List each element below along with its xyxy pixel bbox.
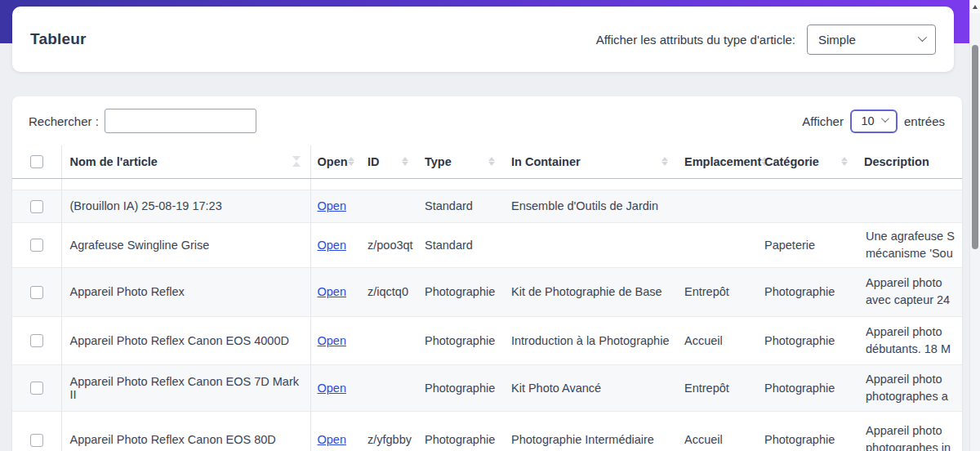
cell-in-container [505,222,678,267]
cell-id [361,190,418,222]
column-header-open[interactable]: Open [318,155,348,168]
entries-group: Afficher 10 entrées [802,109,945,133]
cell-description-line1: Appareil photo [866,324,956,341]
open-link[interactable]: Open [318,239,346,252]
cell-emplacement: Entrepôt [678,267,758,316]
scroll-up-arrow-icon[interactable] [970,0,980,13]
table-header-row: Nom de l'article Open ID [12,145,962,178]
chevron-down-icon [880,114,889,123]
table-spacer-row [12,178,962,190]
cell-type: Photographie [418,411,505,451]
cell-description-line2: photographes a [866,388,956,405]
cell-description-line2: photographes in [866,440,956,451]
items-table: Nom de l'article Open ID [12,145,962,451]
vertical-scrollbar[interactable] [969,0,980,451]
scrollbar-thumb[interactable] [972,45,978,249]
cell-categorie [758,190,858,222]
attribute-type-label: Afficher les attributs du type d'article… [596,33,795,47]
attribute-type-group: Afficher les attributs du type d'article… [596,25,936,55]
column-header-description[interactable]: Description [864,155,929,168]
page-header-card: Tableur Afficher les attributs du type d… [12,7,954,72]
table-row: Agrafeuse Swingline Grise Open z/poo3qt … [12,222,962,267]
cell-categorie: Photographie [758,411,858,451]
cell-description-line2: avec capteur 24 [866,292,956,309]
column-header-emplacement[interactable]: Emplacement [684,155,761,168]
page-title: Tableur [30,30,87,48]
sort-icon[interactable] [488,157,495,166]
row-checkbox[interactable] [30,434,43,447]
table-row: Appareil Photo Reflex Canon EOS 80D Open… [12,411,962,451]
entries-count-select[interactable]: 10 [850,109,898,133]
cell-item-name: (Brouillon IA) 25-08-19 17:23 [61,190,310,222]
sort-icon[interactable] [348,157,354,166]
cell-item-name: Appareil Photo Reflex Canon EOS 80D [61,411,310,451]
column-header-in-container[interactable]: In Container [511,155,581,168]
column-header-categorie[interactable]: Catégorie [764,155,819,168]
cell-categorie: Photographie [758,267,858,316]
table-card: Rechercher : Afficher 10 entrées [12,96,962,451]
cell-description-line1: Une agrafeuse S [866,228,956,245]
open-link[interactable]: Open [318,199,346,212]
cell-type: Photographie [418,316,505,364]
cell-item-name: Appareil Photo Reflex Canon EOS 7D Mark … [61,364,310,411]
cell-description-line1: Appareil photo [866,371,956,388]
cell-emplacement [678,222,758,267]
cell-id [361,364,418,411]
cell-in-container: Kit Photo Avancé [505,364,678,411]
row-checkbox[interactable] [30,334,43,347]
select-all-checkbox[interactable] [30,155,43,168]
column-header-type[interactable]: Type [425,155,452,168]
cell-emplacement [678,190,758,222]
cell-in-container: Photographie Intermédiaire [505,411,678,451]
search-input[interactable] [105,109,256,133]
cell-id: z/yfgbby [361,411,418,451]
search-label: Rechercher : [29,114,99,128]
entries-suffix-label: entrées [904,114,945,128]
open-link[interactable]: Open [318,382,346,395]
row-checkbox[interactable] [30,382,43,395]
cell-emplacement: Accueil [678,316,758,364]
cell-emplacement: Entrepôt [678,364,758,411]
entries-count-value: 10 [861,114,874,127]
chevron-down-icon [918,32,927,41]
open-link[interactable]: Open [318,433,346,446]
entries-show-label: Afficher [802,114,844,128]
sort-active-icon[interactable] [292,156,301,167]
table-row: Appareil Photo Reflex Canon EOS 7D Mark … [12,364,962,411]
search-group: Rechercher : [29,109,256,133]
cell-type: Photographie [418,364,505,411]
cell-description-line2: mécanisme 'Sou [866,245,956,262]
open-link[interactable]: Open [318,334,346,347]
sort-icon[interactable] [402,157,408,166]
table-row: (Brouillon IA) 25-08-19 17:23 Open Stand… [12,190,962,222]
attribute-type-selected-value: Simple [818,33,856,47]
cell-in-container: Kit de Photographie de Base [505,267,678,316]
cell-item-name: Agrafeuse Swingline Grise [61,222,310,267]
cell-categorie: Photographie [758,364,858,411]
column-header-nom[interactable]: Nom de l'article [70,155,158,168]
cell-in-container: Ensemble d'Outils de Jardin [505,190,678,222]
attribute-type-select[interactable]: Simple [807,25,936,55]
sort-icon[interactable] [662,157,668,166]
cell-id [361,316,418,364]
row-checkbox[interactable] [30,200,43,213]
cell-description-line1: Appareil photo [866,275,956,292]
table-toolbar: Rechercher : Afficher 10 entrées [12,96,962,145]
table-row: Appareil Photo Reflex Open z/iqctq0 Phot… [12,267,962,316]
cell-emplacement: Accueil [678,411,758,451]
cell-item-name: Appareil Photo Reflex Canon EOS 4000D [61,316,310,364]
cell-categorie: Papeterie [758,222,858,267]
cell-type: Standard [418,190,505,222]
cell-in-container: Introduction à la Photographie [505,316,678,364]
row-checkbox[interactable] [30,239,43,252]
cell-type: Photographie [418,267,505,316]
sort-icon[interactable] [841,157,848,166]
cell-categorie: Photographie [758,316,858,364]
row-checkbox[interactable] [30,286,43,299]
column-header-id[interactable]: ID [368,155,380,168]
cell-description-line1: Appareil photo [866,422,956,440]
cell-description-line2: débutants. 18 M [866,341,956,358]
cell-item-name: Appareil Photo Reflex [61,267,310,316]
table-row: Appareil Photo Reflex Canon EOS 4000D Op… [12,316,962,364]
open-link[interactable]: Open [318,285,346,298]
